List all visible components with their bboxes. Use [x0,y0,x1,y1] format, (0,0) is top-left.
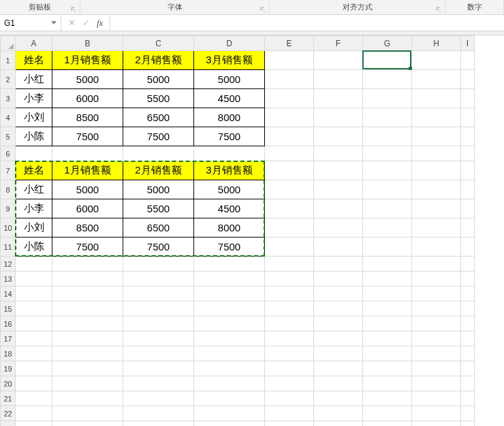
row-header-13[interactable]: 13 [1,272,16,286]
row-header-14[interactable]: 14 [1,286,16,301]
cell-A11[interactable]: 小陈 [16,237,52,257]
cell-B15[interactable] [52,301,123,316]
cell-F10[interactable] [314,218,363,237]
cell-F7[interactable] [314,161,363,180]
cell-G22[interactable] [363,406,412,421]
cell-F9[interactable] [314,199,363,218]
cell-A2[interactable]: 小红 [16,70,52,89]
cell-A4[interactable]: 小刘 [16,108,52,127]
cell-G23[interactable] [363,421,412,427]
cell-G5[interactable] [363,127,412,146]
cell-F20[interactable] [314,376,363,391]
cell-F4[interactable] [314,108,363,127]
cell-B19[interactable] [52,361,123,376]
cell-C3[interactable]: 5500 [123,89,194,108]
cell-H13[interactable] [412,272,461,286]
cell-G7[interactable] [363,161,412,180]
cell-E20[interactable] [265,376,314,391]
cell-G8[interactable] [363,180,412,199]
cell-D1[interactable]: 3月销售额 [194,51,265,70]
cell-I9[interactable] [461,199,475,218]
spreadsheet[interactable]: ABCDEFGHI 1姓名1月销售额2月销售额3月销售额2小红500050005… [0,35,504,426]
cell-F19[interactable] [314,361,363,376]
row-header-7[interactable]: 7 [1,161,16,180]
cancel-icon[interactable]: ✕ [68,18,76,28]
column-header-D[interactable]: D [194,36,265,51]
ribbon-group-alignment[interactable]: 对齐方式 [270,0,445,14]
cell-H19[interactable] [412,361,461,376]
cell-A12[interactable] [16,257,52,272]
cell-D8[interactable]: 5000 [194,180,265,199]
cell-D7[interactable]: 3月销售额 [194,161,265,180]
cell-C19[interactable] [123,361,194,376]
cell-D4[interactable]: 8000 [194,108,265,127]
cell-I6[interactable] [461,146,475,161]
cell-B14[interactable] [52,286,123,301]
cell-H11[interactable] [412,237,461,257]
cell-E21[interactable] [265,391,314,406]
cell-F21[interactable] [314,391,363,406]
cell-C12[interactable] [123,257,194,272]
cell-E13[interactable] [265,272,314,286]
cell-D10[interactable]: 8000 [194,218,265,237]
cell-I3[interactable] [461,89,475,108]
cell-B18[interactable] [52,346,123,361]
row-header-8[interactable]: 8 [1,180,16,199]
cell-B10[interactable]: 8500 [52,218,123,237]
cell-A15[interactable] [16,301,52,316]
cell-B9[interactable]: 6000 [52,199,123,218]
cell-E4[interactable] [265,108,314,127]
cell-I18[interactable] [461,346,475,361]
cell-A3[interactable]: 小李 [16,89,52,108]
cell-B5[interactable]: 7500 [52,127,123,146]
row-header-12[interactable]: 12 [1,257,16,272]
cell-H2[interactable] [412,70,461,89]
cell-I14[interactable] [461,286,475,301]
cell-F8[interactable] [314,180,363,199]
cell-H17[interactable] [412,331,461,346]
cell-D21[interactable] [194,391,265,406]
cell-B6[interactable] [52,146,123,161]
cell-A20[interactable] [16,376,52,391]
cell-H23[interactable] [412,421,461,427]
cell-A18[interactable] [16,346,52,361]
cell-G9[interactable] [363,199,412,218]
cell-H21[interactable] [412,391,461,406]
row-header-11[interactable]: 11 [1,237,16,257]
cell-D18[interactable] [194,346,265,361]
cell-C20[interactable] [123,376,194,391]
cell-D9[interactable]: 4500 [194,199,265,218]
cell-I21[interactable] [461,391,475,406]
row-header-1[interactable]: 1 [1,51,16,70]
cell-H14[interactable] [412,286,461,301]
cell-A22[interactable] [16,406,52,421]
cell-I12[interactable] [461,257,475,272]
cell-G16[interactable] [363,316,412,331]
cell-A7[interactable]: 姓名 [16,161,52,180]
cell-H1[interactable] [412,51,461,70]
cell-H15[interactable] [412,301,461,316]
cell-B20[interactable] [52,376,123,391]
cell-B23[interactable] [52,421,123,427]
cell-B11[interactable]: 7500 [52,237,123,257]
cell-D12[interactable] [194,257,265,272]
cell-H4[interactable] [412,108,461,127]
cell-B4[interactable]: 8500 [52,108,123,127]
cell-C23[interactable] [123,421,194,427]
cell-I15[interactable] [461,301,475,316]
cell-E2[interactable] [265,70,314,89]
cell-E17[interactable] [265,331,314,346]
cell-D20[interactable] [194,376,265,391]
ribbon-group-clipboard[interactable]: 剪贴板 [0,0,80,14]
cell-E19[interactable] [265,361,314,376]
cell-A17[interactable] [16,331,52,346]
cell-I22[interactable] [461,406,475,421]
cell-H12[interactable] [412,257,461,272]
cell-E8[interactable] [265,180,314,199]
cell-F18[interactable] [314,346,363,361]
cell-A6[interactable] [16,146,52,161]
cell-I19[interactable] [461,361,475,376]
cell-G11[interactable] [363,237,412,257]
cell-A10[interactable]: 小刘 [16,218,52,237]
column-header-I[interactable]: I [461,36,475,51]
